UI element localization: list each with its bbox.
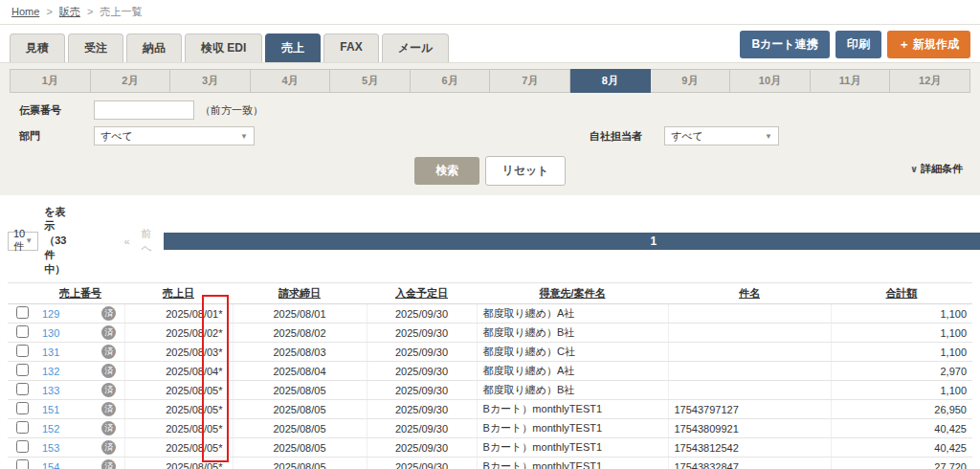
print-button[interactable]: 印刷 [835, 31, 881, 58]
sale-date-cell: 2025/08/02* [124, 324, 233, 343]
sale-number-link[interactable]: 154 [42, 461, 59, 469]
tab-3[interactable]: 検収 EDI [185, 34, 262, 62]
column-header-sale-date[interactable]: 売上日 [124, 283, 233, 304]
sale-date-cell: 2025/08/05* [124, 381, 233, 400]
tab-2[interactable]: 納品 [126, 34, 182, 62]
column-header-number[interactable]: 売上番号 [36, 283, 124, 304]
customer-cell: 都度取り纏め）B社 [477, 324, 668, 343]
month-tab-2[interactable]: 2月 [91, 69, 171, 93]
filter-panel: 1月2月3月4月5月6月7月8月9月10月11月12月 伝票番号 （前方一致） … [0, 62, 980, 195]
row-checkbox[interactable] [16, 402, 29, 414]
per-page-select[interactable]: 10件 ▼ [8, 232, 38, 251]
month-tab-8[interactable]: 8月 [570, 69, 651, 93]
row-checkbox[interactable] [16, 306, 29, 319]
search-button[interactable]: 検索 [414, 157, 479, 185]
page-link-1[interactable]: 1 [164, 233, 980, 250]
chevron-down-icon: ∨ [910, 164, 918, 174]
staff-select-value: すべて [671, 129, 703, 144]
department-select[interactable]: すべて ▼ [94, 126, 255, 145]
status-badge: 済 [101, 345, 116, 359]
tab-4[interactable]: 売上 [265, 34, 321, 62]
breadcrumb-sales-link[interactable]: 販売 [59, 6, 80, 17]
month-tab-11[interactable]: 11月 [811, 69, 891, 93]
invoice-date-cell: 2025/08/05 [233, 381, 367, 400]
payment-date-cell: 2025/09/30 [367, 304, 477, 324]
tab-1[interactable]: 受注 [68, 34, 123, 62]
sale-number-link[interactable]: 132 [42, 366, 59, 377]
slip-number-input[interactable] [94, 100, 194, 120]
slip-number-hint: （前方一致） [200, 103, 263, 118]
amount-cell: 40,425 [831, 419, 972, 438]
tab-6[interactable]: メール [382, 34, 450, 62]
detail-conditions-link[interactable]: ∨詳細条件 [910, 162, 963, 176]
subject-cell: 17543812542 [668, 438, 831, 458]
row-checkbox[interactable] [16, 383, 29, 395]
customer-cell: Bカート）monthlyTEST1 [477, 458, 668, 469]
sale-date-cell: 2025/08/01* [124, 304, 233, 324]
status-badge: 済 [101, 383, 116, 397]
header-checkbox-cell [8, 283, 36, 304]
payment-date-cell: 2025/09/30 [367, 362, 477, 381]
sale-date-cell: 2025/08/05* [124, 400, 233, 419]
breadcrumb-separator: > [87, 6, 93, 17]
payment-date-cell: 2025/09/30 [367, 400, 477, 419]
sale-date-cell: 2025/08/03* [124, 343, 233, 362]
payment-date-cell: 2025/09/30 [367, 438, 477, 458]
month-tab-1[interactable]: 1月 [10, 69, 91, 93]
row-checkbox[interactable] [16, 440, 29, 453]
table-row: 131済2025/08/03*2025/08/032025/09/30都度取り纏… [8, 343, 972, 362]
row-checkbox[interactable] [16, 325, 29, 338]
invoice-date-cell: 2025/08/05 [233, 419, 367, 438]
month-tab-6[interactable]: 6月 [411, 69, 491, 93]
table-header-row: 売上番号 売上日 請求締日 入金予定日 得意先/案件名 件名 合計額 [8, 283, 972, 304]
customer-cell: Bカート）monthlyTEST1 [477, 400, 668, 419]
month-tab-9[interactable]: 9月 [651, 69, 731, 93]
row-checkbox[interactable] [16, 459, 29, 469]
sales-list-page: Home > 販売 > 売上一覧 見積受注納品検収 EDI売上FAXメール Bカ… [0, 0, 980, 469]
column-header-amount[interactable]: 合計額 [831, 283, 972, 304]
tab-5[interactable]: FAX [323, 34, 378, 62]
tab-0[interactable]: 見積 [10, 34, 65, 62]
sale-number-link[interactable]: 133 [42, 385, 59, 396]
sale-date-cell: 2025/08/05* [124, 419, 233, 438]
invoice-date-cell: 2025/08/01 [233, 304, 367, 324]
sale-date-cell: 2025/08/04* [124, 362, 233, 381]
month-tab-10[interactable]: 10月 [730, 69, 811, 93]
bcart-link-button[interactable]: Bカート連携 [740, 31, 829, 58]
sale-number-link[interactable]: 129 [42, 308, 59, 320]
staff-select[interactable]: すべて ▼ [664, 126, 779, 145]
breadcrumb-current: 売上一覧 [100, 6, 142, 17]
status-badge: 済 [101, 306, 116, 321]
chevron-down-icon: ▼ [765, 132, 772, 141]
sale-number-link[interactable]: 130 [42, 327, 59, 339]
column-header-invoice-date[interactable]: 請求締日 [233, 283, 367, 304]
month-tab-12[interactable]: 12月 [890, 69, 970, 93]
amount-cell: 26,950 [831, 400, 972, 419]
create-new-button[interactable]: ＋ 新規作成 [887, 31, 970, 58]
row-checkbox[interactable] [16, 421, 29, 434]
staff-group: 自社担当者 すべて ▼ [580, 126, 779, 145]
sales-table: 売上番号 売上日 請求締日 入金予定日 得意先/案件名 件名 合計額 129済2… [8, 282, 972, 469]
sale-number-link[interactable]: 152 [42, 423, 59, 435]
sale-number-link[interactable]: 131 [42, 346, 59, 358]
column-header-customer[interactable]: 得意先/案件名 [477, 283, 668, 304]
department-row: 部門 すべて ▼ 自社担当者 すべて ▼ [10, 126, 970, 145]
month-tab-4[interactable]: 4月 [251, 69, 331, 93]
sale-number-link[interactable]: 151 [42, 404, 59, 415]
department-label: 部門 [10, 129, 94, 144]
reset-button[interactable]: リセット [485, 156, 565, 186]
breadcrumb-home-link[interactable]: Home [11, 6, 39, 17]
month-tab-3[interactable]: 3月 [170, 69, 251, 93]
sale-number-link[interactable]: 153 [42, 442, 59, 454]
row-checkbox[interactable] [16, 345, 29, 357]
month-tab-7[interactable]: 7月 [490, 69, 570, 93]
prev-page-symbol: « [123, 235, 129, 247]
slip-number-row: 伝票番号 （前方一致） [10, 100, 970, 120]
row-checkbox[interactable] [16, 364, 29, 376]
invoice-date-cell: 2025/08/05 [233, 400, 367, 419]
month-tab-5[interactable]: 5月 [330, 69, 411, 93]
column-header-payment-date[interactable]: 入金予定日 [367, 283, 477, 304]
status-badge: 済 [101, 459, 116, 469]
department-select-value: すべて [100, 129, 133, 144]
column-header-subject[interactable]: 件名 [668, 283, 831, 304]
